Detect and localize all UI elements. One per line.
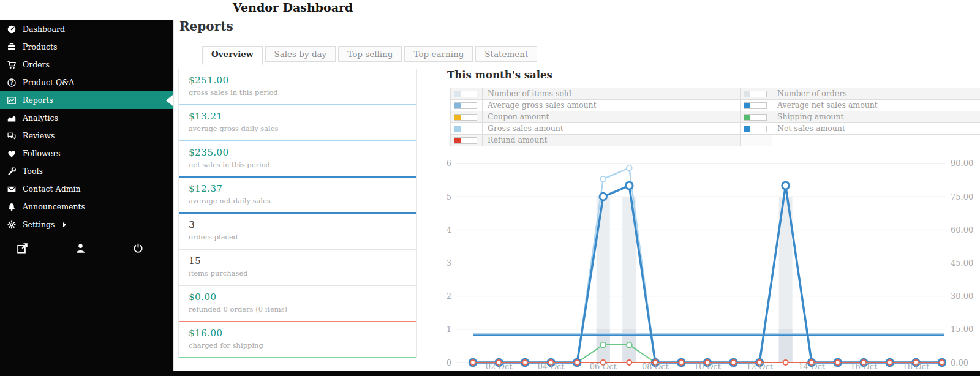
bottom-bar [0, 371, 980, 376]
sidebar-item-label: Orders [23, 60, 50, 69]
user-icon[interactable] [75, 243, 86, 254]
stat-card: $16.00charged for shipping [179, 322, 417, 358]
sidebar-item-analytics[interactable]: Analytics [0, 109, 173, 127]
legend-row: Average gross sales amount [451, 100, 740, 111]
chart-legend-right: Number of ordersAverage net sales amount… [740, 88, 980, 146]
cart-icon [7, 60, 16, 69]
sidebar-item-label: Dashboard [23, 24, 65, 34]
tab-sales-by-day[interactable]: Sales by day [265, 46, 336, 62]
legend-row: Number of orders [741, 88, 980, 100]
sidebar-item-label: Settings [23, 220, 55, 229]
legend-label: Shipping amount [772, 111, 980, 122]
tab-top-earning[interactable]: Top earning [404, 46, 473, 62]
comments-icon [7, 131, 16, 140]
legend-swatch-cell [451, 100, 483, 111]
tab-top-selling[interactable]: Top selling [338, 46, 402, 62]
legend-swatch-cell [451, 135, 483, 146]
legend-swatch [744, 126, 767, 132]
legend-label: Gross sales amount [483, 123, 740, 134]
svg-text:0.00: 0.00 [951, 358, 968, 367]
sidebar-item-label: Followers [23, 149, 61, 158]
sidebar-item-reports[interactable]: Reports [0, 91, 173, 109]
legend-swatch [454, 91, 477, 97]
legend-swatch [744, 91, 767, 97]
legend-swatch-color [454, 103, 461, 108]
legend-swatch-color [454, 91, 461, 97]
stat-label: net sales in this period [189, 160, 407, 169]
heading-rule [178, 42, 959, 42]
legend-swatch-color [744, 103, 750, 108]
stat-label: items purchased [189, 269, 407, 277]
sidebar-item-label: Products [23, 42, 57, 51]
stat-label: average gross daily sales [189, 124, 407, 133]
svg-text:30.00: 30.00 [951, 291, 973, 301]
legend-swatch-color [744, 126, 750, 132]
sidebar-item-products[interactable]: Products [0, 38, 173, 56]
external-link-icon[interactable] [17, 243, 28, 254]
legend-row: Number of items sold [451, 88, 740, 100]
svg-text:75.00: 75.00 [951, 192, 973, 201]
legend-row: Shipping amount [741, 111, 980, 123]
sidebar-item-label: Tools [23, 167, 43, 176]
tab-overview[interactable]: Overview [202, 46, 263, 65]
svg-text:0: 0 [447, 358, 451, 367]
stat-card: 15items purchased [179, 250, 417, 286]
content-divider [173, 20, 174, 371]
legend-label: Refund amount [483, 135, 740, 146]
sidebar-item-settings[interactable]: Settings [0, 216, 173, 233]
stat-label: orders placed [189, 233, 407, 241]
svg-text:06 Oct: 06 Oct [590, 362, 617, 371]
legend-label: Average net sales amount [772, 100, 980, 111]
sidebar-item-dashboard[interactable]: Dashboard [0, 20, 173, 38]
legend-swatch-cell [741, 100, 772, 111]
sidebar-item-followers[interactable]: Followers [0, 145, 173, 162]
sidebar-item-contact-admin[interactable]: Contact Admin [0, 180, 173, 198]
sidebar-item-label: Analytics [23, 113, 58, 122]
legend-swatch-color [744, 115, 750, 120]
stat-value: $235.00 [189, 147, 407, 158]
legend-label: Average gross sales amount [483, 100, 740, 111]
legend-label: Number of items sold [483, 88, 740, 99]
legend-label: Coupon amount [483, 111, 740, 122]
bell-icon [7, 202, 16, 211]
svg-text:6: 6 [447, 159, 451, 168]
stat-value: 3 [189, 219, 407, 230]
sidebar-item-product-qa[interactable]: ?Product Q&A [0, 73, 173, 91]
heart-icon [7, 149, 16, 158]
sidebar-item-label: Reviews [23, 131, 55, 140]
legend-swatch [454, 102, 477, 109]
briefcase-icon [7, 42, 16, 51]
legend-row: Gross sales amount [451, 123, 740, 135]
submenu-caret-icon [63, 222, 66, 227]
gear-icon [7, 220, 16, 229]
legend-swatch [454, 137, 477, 144]
tab-statement[interactable]: Statement [475, 46, 537, 62]
stat-value: $0.00 [189, 291, 407, 303]
stat-card: $12.37average net daily sales [179, 178, 417, 214]
power-icon[interactable] [133, 243, 143, 254]
sidebar-item-reviews[interactable]: Reviews [0, 127, 173, 145]
legend-row: Net sales amount [741, 123, 980, 135]
svg-text:18 Oct: 18 Oct [902, 362, 930, 371]
stat-card: $13.21average gross daily sales [179, 105, 417, 141]
vendor-dashboard-page: Vendor Dashboard DashboardProductsOrders… [0, 0, 980, 376]
chart-title: This month's sales [447, 69, 552, 81]
legend-swatch [744, 102, 767, 109]
svg-text:3: 3 [447, 258, 451, 268]
sidebar-item-announcements[interactable]: Announcements [0, 198, 173, 216]
sidebar-item-orders[interactable]: Orders [0, 56, 173, 73]
legend-label: Net sales amount [772, 123, 980, 134]
svg-text:4: 4 [447, 225, 451, 235]
question-icon: ? [7, 78, 16, 87]
legend-swatch [454, 114, 477, 121]
svg-text:60.00: 60.00 [951, 225, 973, 235]
page-title: Vendor Dashboard [233, 1, 353, 14]
stat-label: charged for shipping [189, 341, 407, 350]
legend-swatch-color [454, 138, 461, 143]
stats-panel: $251.00gross sales in this period$13.21a… [178, 69, 417, 358]
sidebar-item-tools[interactable]: Tools [0, 162, 173, 180]
legend-swatch-color [454, 126, 461, 132]
sidebar: DashboardProductsOrders?Product Q&ARepor… [0, 20, 173, 376]
envelope-icon [7, 184, 16, 194]
stat-card: $235.00net sales in this period [179, 141, 417, 178]
